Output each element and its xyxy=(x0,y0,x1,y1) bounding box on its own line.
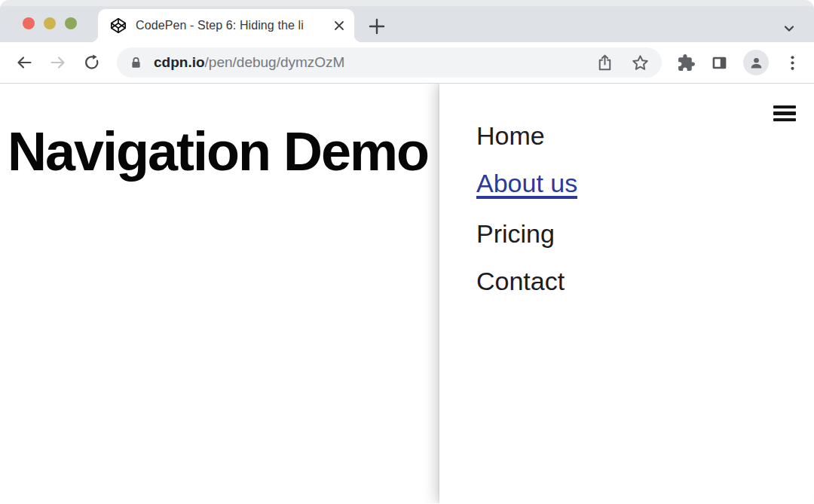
share-icon[interactable] xyxy=(595,53,614,72)
lock-icon[interactable] xyxy=(129,56,143,70)
window-controls xyxy=(23,17,77,29)
hamburger-bar xyxy=(773,118,796,121)
kebab-menu-icon[interactable] xyxy=(783,53,802,72)
browser-window: CodePen - Step 6: Hiding the li xyxy=(0,0,814,504)
nav-drawer: Home About us Pricing Contact xyxy=(439,84,814,503)
drawer-nav: Home About us Pricing Contact xyxy=(439,123,814,294)
codepen-icon xyxy=(110,17,127,34)
new-tab-button[interactable] xyxy=(366,16,387,37)
url-text: cdpn.io/pen/debug/dymzOzM xyxy=(154,54,344,71)
tab-title: CodePen - Step 6: Hiding the li xyxy=(136,19,327,32)
person-icon xyxy=(748,55,764,71)
url-host: cdpn.io xyxy=(154,54,205,70)
side-panel-icon[interactable] xyxy=(710,53,729,72)
nav-item: Home xyxy=(476,123,814,148)
toolbar-right-icons xyxy=(668,50,802,75)
tab-strip: CodePen - Step 6: Hiding the li xyxy=(0,0,814,42)
nav-item: Pricing xyxy=(476,221,814,246)
nav-item: About us xyxy=(476,170,814,199)
nav-link-home[interactable]: Home xyxy=(476,121,545,150)
hamburger-icon[interactable] xyxy=(773,105,796,121)
nav-item: Contact xyxy=(476,268,814,294)
minimize-window-button[interactable] xyxy=(44,17,56,29)
nav-link-pricing[interactable]: Pricing xyxy=(476,219,555,248)
profile-avatar[interactable] xyxy=(743,50,769,75)
star-icon[interactable] xyxy=(631,53,650,72)
back-arrow-icon[interactable] xyxy=(15,53,33,72)
browser-tab[interactable]: CodePen - Step 6: Hiding the li xyxy=(98,9,354,42)
hamburger-bar xyxy=(773,111,796,115)
address-bar[interactable]: cdpn.io/pen/debug/dymzOzM xyxy=(117,47,662,78)
close-window-button[interactable] xyxy=(23,17,35,29)
page-title: Navigation Demo xyxy=(8,123,428,180)
zoom-window-button[interactable] xyxy=(65,17,77,29)
puzzle-icon[interactable] xyxy=(677,53,696,72)
nav-link-contact[interactable]: Contact xyxy=(476,267,565,295)
hamburger-bar xyxy=(773,105,796,108)
chevron-down-icon[interactable] xyxy=(782,22,796,35)
forward-arrow-icon xyxy=(49,53,67,72)
nav-link-about-us[interactable]: About us xyxy=(476,170,577,199)
nav-list: Home About us Pricing Contact xyxy=(439,123,814,294)
browser-toolbar: cdpn.io/pen/debug/dymzOzM xyxy=(0,42,814,84)
page-content: Navigation Demo Home About us Pricing Co… xyxy=(0,84,814,503)
url-path: /pen/debug/dymzOzM xyxy=(205,54,345,70)
reload-icon[interactable] xyxy=(83,53,101,72)
close-tab-icon[interactable] xyxy=(333,20,345,32)
